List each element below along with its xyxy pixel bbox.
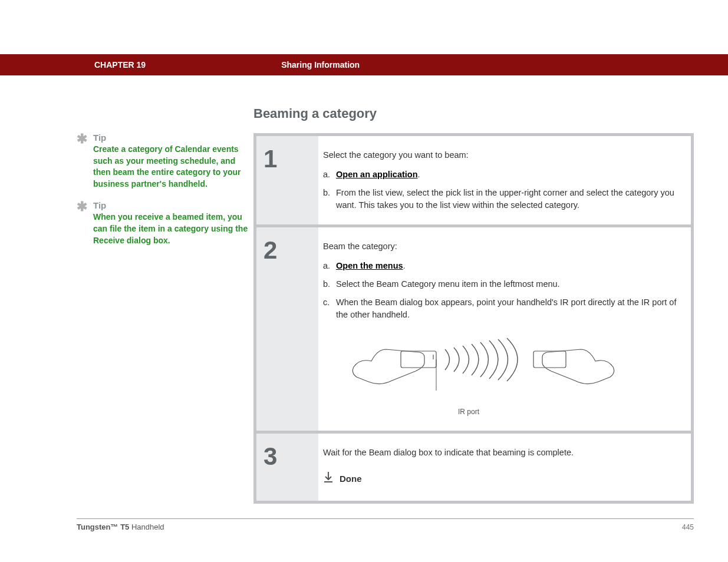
footer-product: Tungsten™ T5 Handheld: [77, 523, 164, 531]
asterisk-icon: ✱: [77, 200, 93, 246]
step-number: 3: [263, 444, 277, 469]
step-row: 3 Wait for the Beam dialog box to indica…: [256, 434, 691, 501]
step-body: Wait for the Beam dialog box to indicate…: [318, 434, 691, 501]
list-item: a. Open an application.: [323, 168, 680, 181]
header-bar: CHAPTER 19 Sharing Information: [0, 54, 728, 75]
step-row: 1 Select the category you want to beam: …: [256, 136, 691, 224]
done-indicator: Done: [323, 471, 680, 488]
sub-text: When the Beam dialog box appears, point …: [336, 296, 680, 321]
tip-text: When you receive a beamed item, you can …: [93, 211, 253, 246]
tip-block: ✱ Tip When you receive a beamed item, yo…: [77, 200, 253, 246]
steps-container: 1 Select the category you want to beam: …: [253, 133, 694, 504]
chapter-label: CHAPTER 19: [94, 60, 146, 70]
open-menus-link[interactable]: Open the menus: [336, 261, 403, 270]
step-intro: Wait for the Beam dialog box to indicate…: [323, 447, 680, 459]
step-body: Select the category you want to beam: a.…: [318, 136, 691, 224]
list-item: c. When the Beam dialog box appears, poi…: [323, 296, 680, 321]
list-item: a. Open the menus.: [323, 260, 680, 272]
step-intro: Select the category you want to beam:: [323, 149, 680, 161]
done-label: Done: [340, 472, 362, 485]
tip-block: ✱ Tip Create a category of Calendar even…: [77, 133, 253, 190]
sub-letter: b.: [323, 187, 336, 211]
step-body: Beam the category: a. Open the menus. b.…: [318, 227, 691, 430]
sub-letter: a.: [323, 260, 336, 272]
asterisk-icon: ✱: [77, 133, 93, 190]
svg-rect-0: [401, 351, 436, 368]
sub-text: From the list view, select the pick list…: [336, 187, 680, 211]
tip-text: Create a category of Calendar events suc…: [93, 144, 253, 190]
step-number: 1: [263, 147, 277, 171]
tip-label: Tip: [93, 200, 253, 210]
step-number-cell: 1: [256, 136, 318, 224]
section-title: Sharing Information: [281, 60, 360, 70]
download-arrow-icon: [323, 471, 334, 488]
footer: Tungsten™ T5 Handheld 445: [77, 518, 694, 531]
list-item: b. Select the Beam Category menu item in…: [323, 278, 680, 290]
list-item: b. From the list view, select the pick l…: [323, 187, 680, 211]
product-name-rest: Handheld: [129, 523, 164, 531]
sub-letter: b.: [323, 278, 336, 290]
sidebar: ✱ Tip Create a category of Calendar even…: [77, 106, 253, 512]
tip-label: Tip: [93, 133, 253, 143]
step-number-cell: 3: [256, 434, 318, 501]
ir-beam-svg: [336, 332, 631, 402]
page-number: 445: [682, 523, 694, 531]
step-row: 2 Beam the category: a. Open the menus.: [256, 227, 691, 430]
ir-beam-illustration: IR port: [336, 332, 631, 417]
sub-text: Select the Beam Category menu item in th…: [336, 278, 680, 290]
main-content: Beaming a category 1 Select the category…: [253, 106, 694, 512]
product-name-bold: Tungsten™ T5: [77, 523, 129, 531]
sub-letter: a.: [323, 168, 336, 181]
open-application-link[interactable]: Open an application: [336, 170, 418, 179]
step-number-cell: 2: [256, 227, 318, 430]
step-intro: Beam the category:: [323, 240, 680, 253]
page-title: Beaming a category: [253, 106, 694, 121]
sub-letter: c.: [323, 296, 336, 321]
svg-rect-2: [533, 351, 566, 368]
step-number: 2: [263, 238, 277, 263]
ir-port-caption: IR port: [321, 407, 616, 417]
